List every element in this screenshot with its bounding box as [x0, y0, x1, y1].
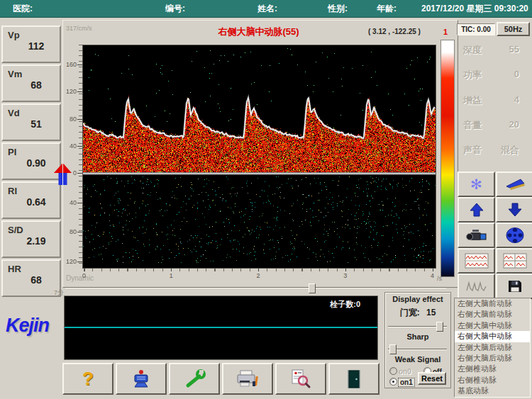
artery-item-7[interactable]: 右侧椎动脉	[455, 375, 530, 386]
help-button[interactable]: ?	[62, 363, 113, 395]
param-label-4: 声音	[463, 144, 482, 157]
measure-label: PI	[3, 144, 60, 157]
measure-label: RI	[3, 183, 60, 196]
measure-label: S/D	[3, 222, 60, 235]
measure-label: HR	[3, 261, 60, 274]
envelope-trace-icon	[466, 280, 487, 293]
artery-item-6[interactable]: 左侧椎动脉	[455, 364, 530, 374]
cursor-readout: ( 3.12 , -122.25 )	[368, 28, 421, 35]
y-tick-6	[77, 232, 82, 232]
quad-display-button[interactable]	[496, 248, 532, 274]
x-tick-label-3: 3	[339, 272, 352, 279]
measure-value: 112	[3, 40, 60, 52]
x-tick-label-2: 2	[252, 272, 265, 279]
camera-button[interactable]	[458, 223, 495, 248]
gate-width-label: 门宽:	[400, 308, 420, 317]
y-tick-5	[77, 203, 82, 203]
patient-header-bar: 2017/12/20 星期三 09:30:20 医院:编号:姓名:性别:年龄:	[0, 0, 532, 18]
depth-up-button[interactable]	[458, 197, 495, 223]
radio-on0-circle[interactable]	[389, 367, 397, 375]
x-tick-4	[433, 268, 433, 271]
measure-label: Vp	[3, 27, 60, 40]
quad-trace-icon	[503, 253, 527, 269]
doppler-spectrum-display[interactable]	[82, 45, 436, 269]
header-field-0: 医院:	[13, 3, 33, 15]
x-tick-2	[258, 268, 259, 271]
report-button[interactable]	[275, 363, 326, 395]
y-tick-label-5: 40	[63, 199, 77, 206]
patient-info-button[interactable]	[116, 363, 167, 395]
single-display-button[interactable]	[458, 248, 495, 274]
measure-cell-vd: Vd51	[1, 103, 61, 141]
arrow-up-icon	[469, 202, 484, 218]
envelope-button[interactable]	[458, 274, 495, 299]
y-tick-label-2: 80	[63, 116, 77, 123]
floppy-disk-icon	[507, 279, 523, 293]
param-value-2: 4	[489, 94, 519, 105]
depth-down-button[interactable]	[496, 197, 532, 223]
measure-label: Vm	[3, 66, 60, 79]
y-tick-4	[77, 173, 82, 174]
y-tick-7	[77, 262, 82, 262]
measure-cell-pi: PI0.90	[1, 142, 61, 180]
y-tick-label-6: 80	[63, 228, 77, 235]
artery-item-3[interactable]: 右侧大脑中动脉	[455, 331, 530, 342]
camcorder-icon	[465, 227, 488, 244]
y-tick-0	[77, 64, 82, 65]
weak-signal-label: Weak Signal	[385, 355, 450, 364]
printer-icon	[235, 369, 260, 389]
artery-item-0[interactable]: 左侧大脑前动脉	[455, 298, 530, 309]
measure-cell-hr: HR68	[1, 259, 61, 297]
param-label-0: 深度	[463, 44, 482, 57]
measure-label: Vd	[3, 105, 60, 118]
trend-baseline	[65, 327, 377, 328]
single-trace-icon	[465, 253, 489, 269]
emboli-count-label: 栓子数:0	[330, 299, 360, 310]
setup-button[interactable]	[169, 363, 220, 395]
gate-slider-thumb[interactable]	[436, 322, 443, 332]
artery-list[interactable]: 左侧大脑前动脉右侧大脑前动脉左侧大脑中动脉右侧大脑中动脉左侧大脑后动脉右侧大脑后…	[454, 298, 531, 398]
film-reel-icon	[505, 226, 525, 245]
x-tick-1	[171, 268, 172, 271]
x-tick-label-0: 0	[78, 272, 91, 279]
measure-value: 68	[3, 79, 60, 91]
param-value-0: 55	[489, 44, 519, 55]
y-tick-1	[77, 91, 82, 92]
x-tick-label-4: 4	[426, 272, 439, 279]
dynamic-range-button[interactable]	[496, 172, 532, 197]
save-button[interactable]	[496, 274, 532, 299]
record-button[interactable]	[496, 223, 532, 248]
sharp-label: Sharp	[385, 332, 450, 341]
sharp-slider-thumb[interactable]	[389, 344, 397, 354]
param-label-3: 音量	[463, 119, 482, 132]
trend-scroll-track[interactable]	[65, 287, 446, 288]
artery-item-4[interactable]: 左侧大脑后动脉	[455, 342, 530, 353]
wrench-icon	[182, 369, 206, 390]
y-tick-2	[77, 119, 82, 120]
prf-frequency-button[interactable]: 50Hz	[497, 22, 530, 36]
sharp-slider-track[interactable]	[388, 349, 447, 350]
artery-item-2[interactable]: 左侧大脑中动脉	[455, 320, 530, 331]
measure-cell-vm: Vm68	[1, 64, 61, 102]
header-field-4: 年龄:	[377, 3, 397, 15]
radio-on1[interactable]: on1	[389, 375, 414, 388]
y-tick-label-1: 120	[63, 88, 77, 95]
artery-item-8[interactable]: 基底动脉	[455, 386, 530, 396]
header-field-3: 性别:	[328, 3, 348, 15]
x-tick-label-1: 1	[165, 272, 177, 279]
reset-button[interactable]: Reset	[418, 372, 446, 385]
param-value-3: 20	[489, 119, 519, 130]
freeze-button[interactable]: ✻	[458, 172, 495, 197]
radio-on1-circle[interactable]	[389, 378, 397, 386]
exit-button[interactable]	[328, 363, 379, 395]
trend-scroll-thumb[interactable]	[309, 283, 316, 293]
print-button[interactable]	[222, 363, 273, 395]
y-axis-minor-ticks	[79, 45, 82, 267]
measure-value: 2.19	[3, 235, 60, 247]
artery-item-1[interactable]: 右侧大脑前动脉	[455, 309, 530, 320]
gate-width-value: 15	[426, 308, 436, 317]
channel-number: 1	[437, 28, 454, 36]
artery-item-5[interactable]: 右侧大脑后动脉	[455, 353, 530, 364]
tcd-application-window: 2017/12/20 星期三 09:30:20 医院:编号:姓名:性别:年龄: …	[0, 0, 532, 399]
measure-value: 0.90	[3, 157, 60, 169]
